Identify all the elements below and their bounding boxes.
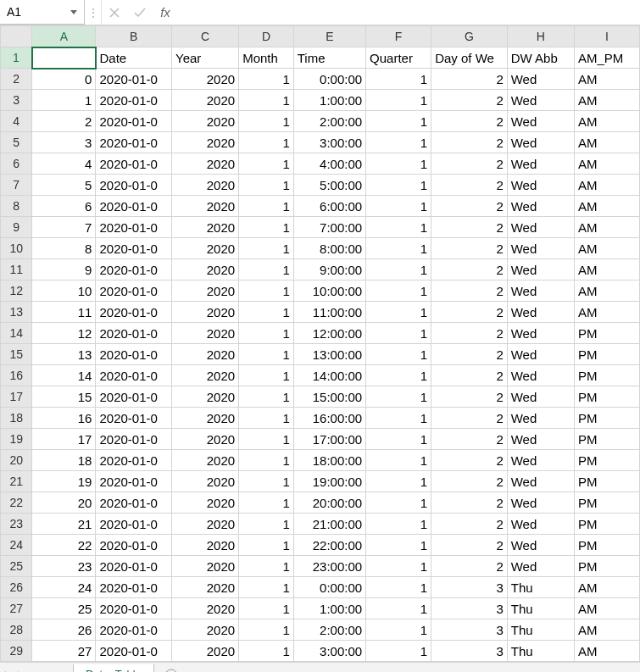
cell-E25[interactable]: 23:00:00 (293, 556, 365, 577)
cell-H7[interactable]: Wed (507, 175, 574, 196)
cell-I10[interactable]: AM (574, 238, 639, 259)
row-header-14[interactable]: 14 (1, 323, 32, 344)
cell-I9[interactable]: AM (574, 217, 639, 238)
cell-A6[interactable]: 4 (32, 153, 96, 175)
cell-G23[interactable]: 2 (431, 514, 508, 535)
cell-H29[interactable]: Thu (507, 641, 574, 662)
cell-C3[interactable]: 2020 (172, 90, 239, 111)
cell-A4[interactable]: 2 (32, 111, 96, 132)
cell-A22[interactable]: 20 (32, 492, 96, 514)
cell-A1[interactable] (32, 47, 96, 69)
cell-H16[interactable]: Wed (507, 365, 574, 386)
row-header-2[interactable]: 2 (1, 69, 32, 90)
row-header-13[interactable]: 13 (1, 302, 32, 323)
cell-B3[interactable]: 2020-01-0 (96, 90, 172, 111)
row-header-24[interactable]: 24 (1, 535, 32, 556)
row-header-5[interactable]: 5 (1, 132, 32, 153)
cell-I26[interactable]: AM (574, 577, 639, 598)
sheet-tab-active[interactable]: Date_Table (73, 664, 154, 672)
cell-B26[interactable]: 2020-01-0 (96, 577, 172, 598)
cell-D23[interactable]: 1 (239, 514, 294, 535)
cell-A23[interactable]: 21 (32, 514, 96, 535)
cell-G5[interactable]: 2 (431, 132, 508, 153)
row-header-3[interactable]: 3 (1, 90, 32, 111)
cell-A3[interactable]: 1 (32, 90, 96, 111)
cell-F23[interactable]: 1 (366, 514, 431, 535)
cell-F27[interactable]: 1 (366, 598, 431, 619)
cell-G13[interactable]: 2 (431, 302, 508, 323)
cell-D12[interactable]: 1 (239, 280, 294, 302)
cell-B9[interactable]: 2020-01-0 (96, 217, 172, 238)
cell-C28[interactable]: 2020 (172, 619, 239, 641)
cell-D1[interactable]: Month (239, 47, 294, 69)
cell-C2[interactable]: 2020 (172, 69, 239, 90)
cell-E14[interactable]: 12:00:00 (293, 323, 365, 344)
cell-G19[interactable]: 2 (431, 429, 508, 450)
cell-D17[interactable]: 1 (239, 386, 294, 408)
row-header-7[interactable]: 7 (1, 175, 32, 196)
cell-I24[interactable]: PM (574, 535, 639, 556)
cell-F14[interactable]: 1 (366, 323, 431, 344)
cell-A28[interactable]: 26 (32, 619, 96, 641)
row-header-11[interactable]: 11 (1, 259, 32, 280)
cell-D11[interactable]: 1 (239, 259, 294, 280)
cell-F16[interactable]: 1 (366, 365, 431, 386)
cell-B18[interactable]: 2020-01-0 (96, 408, 172, 429)
cell-G14[interactable]: 2 (431, 323, 508, 344)
cell-C13[interactable]: 2020 (172, 302, 239, 323)
cell-I13[interactable]: AM (574, 302, 639, 323)
cell-D16[interactable]: 1 (239, 365, 294, 386)
cell-F3[interactable]: 1 (366, 90, 431, 111)
cell-D18[interactable]: 1 (239, 408, 294, 429)
cell-H23[interactable]: Wed (507, 514, 574, 535)
cell-F29[interactable]: 1 (366, 641, 431, 662)
cell-A24[interactable]: 22 (32, 535, 96, 556)
cell-C23[interactable]: 2020 (172, 514, 239, 535)
cell-C24[interactable]: 2020 (172, 535, 239, 556)
cancel-formula-button[interactable] (102, 0, 127, 25)
cell-G12[interactable]: 2 (431, 280, 508, 302)
cell-C5[interactable]: 2020 (172, 132, 239, 153)
cell-C27[interactable]: 2020 (172, 598, 239, 619)
cell-G17[interactable]: 2 (431, 386, 508, 408)
cell-F17[interactable]: 1 (366, 386, 431, 408)
cell-A12[interactable]: 10 (32, 280, 96, 302)
cell-G21[interactable]: 2 (431, 471, 508, 492)
cell-H2[interactable]: Wed (507, 69, 574, 90)
cell-F13[interactable]: 1 (366, 302, 431, 323)
cell-E15[interactable]: 13:00:00 (293, 344, 365, 365)
row-header-6[interactable]: 6 (1, 153, 32, 175)
cell-H4[interactable]: Wed (507, 111, 574, 132)
formula-bar-expand-handle[interactable]: ⋮ (85, 0, 102, 25)
cell-A18[interactable]: 16 (32, 408, 96, 429)
cell-B11[interactable]: 2020-01-0 (96, 259, 172, 280)
cell-H12[interactable]: Wed (507, 280, 574, 302)
cell-E18[interactable]: 16:00:00 (293, 408, 365, 429)
cell-H1[interactable]: DW Abb (507, 47, 574, 69)
cell-F12[interactable]: 1 (366, 280, 431, 302)
cell-D24[interactable]: 1 (239, 535, 294, 556)
cell-I17[interactable]: PM (574, 386, 639, 408)
cell-B27[interactable]: 2020-01-0 (96, 598, 172, 619)
cell-C21[interactable]: 2020 (172, 471, 239, 492)
column-header-E[interactable]: E (293, 26, 365, 47)
cell-D8[interactable]: 1 (239, 196, 294, 217)
cell-I22[interactable]: PM (574, 492, 639, 514)
cell-G29[interactable]: 3 (431, 641, 508, 662)
cell-G3[interactable]: 2 (431, 90, 508, 111)
cell-A25[interactable]: 23 (32, 556, 96, 577)
row-header-10[interactable]: 10 (1, 238, 32, 259)
cell-I28[interactable]: AM (574, 619, 639, 641)
cell-H25[interactable]: Wed (507, 556, 574, 577)
row-header-8[interactable]: 8 (1, 196, 32, 217)
cell-I27[interactable]: AM (574, 598, 639, 619)
cell-D22[interactable]: 1 (239, 492, 294, 514)
cell-F15[interactable]: 1 (366, 344, 431, 365)
cell-F10[interactable]: 1 (366, 238, 431, 259)
cell-E10[interactable]: 8:00:00 (293, 238, 365, 259)
cell-E16[interactable]: 14:00:00 (293, 365, 365, 386)
cell-A20[interactable]: 18 (32, 450, 96, 471)
cell-H13[interactable]: Wed (507, 302, 574, 323)
cell-B14[interactable]: 2020-01-0 (96, 323, 172, 344)
cell-F2[interactable]: 1 (366, 69, 431, 90)
